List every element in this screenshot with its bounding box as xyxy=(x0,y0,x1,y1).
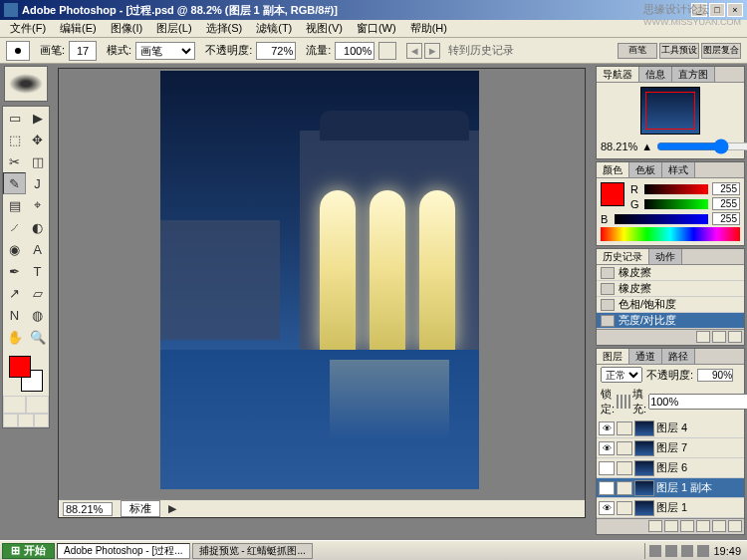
screen-full-menu-icon[interactable] xyxy=(18,414,33,427)
brush-tool-icon[interactable] xyxy=(6,41,30,61)
start-button[interactable]: ⊞ 开始 xyxy=(2,543,55,559)
layer-thumbnail[interactable] xyxy=(634,480,654,496)
eye-icon[interactable]: 👁 xyxy=(599,481,615,495)
blend-mode-select[interactable]: 正常 xyxy=(601,367,642,383)
well-tool-presets[interactable]: 工具预设 xyxy=(659,43,699,59)
color-ramp[interactable] xyxy=(601,227,740,241)
b-slider[interactable] xyxy=(615,214,708,224)
tool-11[interactable]: ◐ xyxy=(26,216,49,238)
layer-row[interactable]: 👁图层 1 副本 xyxy=(597,478,744,498)
menu-select[interactable]: 选择(S) xyxy=(200,19,249,38)
view-mode-button[interactable]: 标准 xyxy=(121,500,160,517)
lock-position-icon[interactable] xyxy=(624,395,626,409)
link-icon[interactable] xyxy=(617,421,632,435)
menu-window[interactable]: 窗口(W) xyxy=(351,19,402,38)
history-item[interactable]: 橡皮擦 xyxy=(597,281,744,297)
foreground-color[interactable] xyxy=(9,356,31,378)
layer-opacity-input[interactable] xyxy=(697,369,733,382)
canvas[interactable] xyxy=(160,71,479,489)
well-layer-comps[interactable]: 图层复合 xyxy=(701,43,741,59)
navigator-zoom-slider[interactable] xyxy=(656,139,747,154)
tool-18[interactable]: N xyxy=(3,304,26,326)
history-trash-icon[interactable] xyxy=(728,331,742,343)
taskbar-task-capture[interactable]: 捕捉预览 - 红蜻蜓抓图... xyxy=(192,543,313,559)
status-menu-icon[interactable]: ▶ xyxy=(168,502,176,515)
tab-navigator[interactable]: 导航器 xyxy=(597,67,639,82)
maximize-button[interactable]: □ xyxy=(709,3,725,17)
tool-8[interactable]: ▤ xyxy=(3,194,26,216)
tray-icon[interactable] xyxy=(681,545,693,557)
taskbar-task-photoshop[interactable]: Adobe Photoshop - [过程... xyxy=(57,543,190,559)
zoom-out-icon[interactable]: ▲ xyxy=(641,140,652,152)
tab-paths[interactable]: 路径 xyxy=(662,349,695,364)
menu-image[interactable]: 图像(I) xyxy=(105,19,148,38)
tool-15[interactable]: T xyxy=(26,260,49,282)
layer-new-icon[interactable] xyxy=(712,520,726,532)
layer-row[interactable]: 图层 6 xyxy=(597,458,744,478)
tool-6[interactable]: ✎ xyxy=(3,172,26,194)
tool-16[interactable]: ↗ xyxy=(3,282,26,304)
layer-adjust-icon[interactable] xyxy=(696,520,710,532)
g-value[interactable] xyxy=(712,197,740,210)
tool-7[interactable]: J xyxy=(26,172,49,194)
tab-info[interactable]: 信息 xyxy=(639,67,672,82)
tab-styles[interactable]: 样式 xyxy=(662,162,695,177)
brush-size-picker[interactable]: 17 xyxy=(69,41,97,61)
layer-thumbnail[interactable] xyxy=(634,440,654,456)
tray-icon[interactable] xyxy=(665,545,677,557)
layer-mask-icon[interactable] xyxy=(664,520,678,532)
tool-19[interactable]: ◍ xyxy=(26,304,49,326)
b-value[interactable] xyxy=(712,212,740,225)
tray-icon[interactable] xyxy=(697,545,709,557)
layer-style-icon[interactable] xyxy=(648,520,662,532)
history-back-icon[interactable]: ◄ xyxy=(406,43,422,59)
fill-input[interactable] xyxy=(648,394,747,410)
layer-row[interactable]: 👁图层 1 xyxy=(597,498,744,518)
navigator-thumbnail[interactable] xyxy=(640,87,700,135)
clock[interactable]: 19:49 xyxy=(713,545,741,557)
mode-select[interactable]: 画笔 xyxy=(135,42,195,60)
tool-21[interactable]: 🔍 xyxy=(26,326,49,348)
lock-pixels-icon[interactable] xyxy=(621,395,622,409)
history-item[interactable]: 色相/饱和度 xyxy=(597,297,744,313)
g-slider[interactable] xyxy=(644,199,708,209)
link-icon[interactable] xyxy=(617,441,632,455)
history-snapshot-icon[interactable] xyxy=(696,331,710,343)
tab-swatches[interactable]: 色板 xyxy=(629,162,662,177)
tool-0[interactable]: ▭ xyxy=(3,107,26,129)
history-fwd-icon[interactable]: ► xyxy=(424,43,440,59)
color-preview-swatch[interactable] xyxy=(601,182,624,206)
tab-histogram[interactable]: 直方图 xyxy=(672,67,715,82)
menu-help[interactable]: 帮助(H) xyxy=(404,19,453,38)
layer-thumbnail[interactable] xyxy=(634,420,654,436)
link-icon[interactable] xyxy=(617,461,632,475)
eye-icon[interactable]: 👁 xyxy=(599,501,615,515)
tool-10[interactable]: ⟋ xyxy=(3,216,26,238)
history-item[interactable]: 橡皮擦 xyxy=(597,265,744,281)
standard-mode-icon[interactable] xyxy=(3,396,26,414)
tab-actions[interactable]: 动作 xyxy=(649,249,682,264)
minimize-button[interactable]: _ xyxy=(691,3,707,17)
history-item[interactable]: 亮度/对比度 xyxy=(597,313,744,329)
tray-icon[interactable] xyxy=(649,545,661,557)
menu-filter[interactable]: 滤镜(T) xyxy=(250,19,298,38)
screen-standard-icon[interactable] xyxy=(3,414,18,427)
airbrush-icon[interactable] xyxy=(378,42,396,60)
link-icon[interactable] xyxy=(617,481,632,495)
layer-thumbnail[interactable] xyxy=(634,460,654,476)
brush-tip-preview[interactable] xyxy=(4,66,48,102)
quickmask-mode-icon[interactable] xyxy=(26,396,49,414)
layer-trash-icon[interactable] xyxy=(728,520,742,532)
tool-14[interactable]: ✒ xyxy=(3,260,26,282)
zoom-input[interactable] xyxy=(63,502,113,516)
screen-full-icon[interactable] xyxy=(34,414,49,427)
tool-12[interactable]: ◉ xyxy=(3,238,26,260)
tool-3[interactable]: ✥ xyxy=(26,129,49,150)
tool-13[interactable]: A xyxy=(26,238,49,260)
menu-file[interactable]: 文件(F) xyxy=(4,19,52,38)
tab-color[interactable]: 颜色 xyxy=(597,162,629,177)
eye-icon[interactable]: 👁 xyxy=(599,421,615,435)
tab-layers[interactable]: 图层 xyxy=(597,349,629,364)
tool-20[interactable]: ✋ xyxy=(3,326,26,348)
r-slider[interactable] xyxy=(644,184,708,194)
